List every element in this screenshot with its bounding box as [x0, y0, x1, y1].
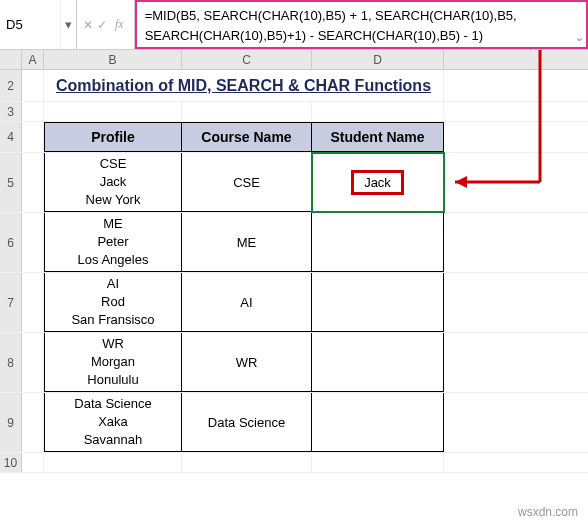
cell[interactable]	[22, 273, 44, 332]
student-cell-selected[interactable]: Jack	[312, 153, 444, 212]
name-box-container: ▾	[0, 0, 77, 49]
course-cell[interactable]: Data Science	[182, 393, 312, 452]
student-cell[interactable]	[312, 333, 444, 392]
chevron-down-icon: ▾	[65, 17, 72, 32]
cell[interactable]	[22, 122, 44, 152]
row-header[interactable]: 2	[0, 70, 22, 101]
formula-controls: ✕ ✓ fx	[77, 0, 135, 49]
watermark: wsxdn.com	[518, 505, 578, 519]
cell[interactable]	[22, 393, 44, 452]
grid-row: 4 Profile Course Name Student Name	[0, 122, 588, 153]
header-profile[interactable]: Profile	[44, 122, 182, 152]
cell[interactable]	[22, 213, 44, 272]
col-header-B[interactable]: B	[44, 50, 182, 69]
cell[interactable]	[22, 102, 44, 121]
grid-row: 2 Combination of MID, SEARCH & CHAR Func…	[0, 70, 588, 102]
profile-cell[interactable]: AI Rod San Fransisco	[44, 273, 182, 332]
spreadsheet-grid: A B C D 2 Combination of MID, SEARCH & C…	[0, 50, 588, 473]
title-cell[interactable]: Combination of MID, SEARCH & CHAR Functi…	[44, 70, 444, 101]
result-highlight: Jack	[351, 170, 404, 195]
cell[interactable]	[22, 453, 44, 472]
row-header[interactable]: 8	[0, 333, 22, 392]
cell[interactable]	[22, 70, 44, 101]
row-header[interactable]: 5	[0, 153, 22, 212]
row-header[interactable]: 4	[0, 122, 22, 152]
table-row: 8 WR Morgan Honululu WR	[0, 333, 588, 393]
table-row: 9 Data Science Xaka Savannah Data Scienc…	[0, 393, 588, 453]
cell[interactable]	[182, 102, 312, 121]
course-cell[interactable]: ME	[182, 213, 312, 272]
col-header-D[interactable]: D	[312, 50, 444, 69]
cancel-formula-icon[interactable]: ✕	[83, 18, 93, 32]
profile-cell[interactable]: WR Morgan Honululu	[44, 333, 182, 392]
cell[interactable]	[44, 453, 182, 472]
table-row: 6 ME Peter Los Angeles ME	[0, 213, 588, 273]
cell[interactable]	[22, 153, 44, 212]
cell[interactable]	[312, 453, 444, 472]
select-all-corner[interactable]	[0, 50, 22, 69]
formula-expand-icon[interactable]: ⌄	[575, 29, 584, 46]
cell[interactable]	[312, 102, 444, 121]
student-cell[interactable]	[312, 273, 444, 332]
header-course[interactable]: Course Name	[182, 122, 312, 152]
table-row: 5 CSE Jack New York CSE Jack	[0, 153, 588, 213]
profile-cell[interactable]: Data Science Xaka Savannah	[44, 393, 182, 452]
grid-row: 3	[0, 102, 588, 122]
profile-cell[interactable]: CSE Jack New York	[44, 153, 182, 212]
row-header[interactable]: 3	[0, 102, 22, 121]
formula-bar[interactable]: =MID(B5, SEARCH(CHAR(10),B5) + 1, SEARCH…	[135, 0, 588, 49]
formula-text: =MID(B5, SEARCH(CHAR(10),B5) + 1, SEARCH…	[145, 8, 517, 43]
cell[interactable]	[22, 333, 44, 392]
row-header[interactable]: 6	[0, 213, 22, 272]
row-header[interactable]: 9	[0, 393, 22, 452]
formula-bar-row: ▾ ✕ ✓ fx =MID(B5, SEARCH(CHAR(10),B5) + …	[0, 0, 588, 50]
course-cell[interactable]: CSE	[182, 153, 312, 212]
student-cell[interactable]	[312, 213, 444, 272]
accept-formula-icon[interactable]: ✓	[97, 18, 107, 32]
row-header[interactable]: 10	[0, 453, 22, 472]
profile-cell[interactable]: ME Peter Los Angeles	[44, 213, 182, 272]
col-header-C[interactable]: C	[182, 50, 312, 69]
cell[interactable]	[182, 453, 312, 472]
cell[interactable]	[44, 102, 182, 121]
grid-row: 10	[0, 453, 588, 473]
column-headers: A B C D	[0, 50, 588, 70]
name-box-dropdown[interactable]: ▾	[60, 0, 76, 49]
course-cell[interactable]: AI	[182, 273, 312, 332]
course-cell[interactable]: WR	[182, 333, 312, 392]
student-cell[interactable]	[312, 393, 444, 452]
name-box[interactable]	[0, 13, 60, 36]
table-row: 7 AI Rod San Fransisco AI	[0, 273, 588, 333]
row-header[interactable]: 7	[0, 273, 22, 332]
fx-icon[interactable]: fx	[111, 17, 128, 32]
col-header-A[interactable]: A	[22, 50, 44, 69]
header-student[interactable]: Student Name	[312, 122, 444, 152]
